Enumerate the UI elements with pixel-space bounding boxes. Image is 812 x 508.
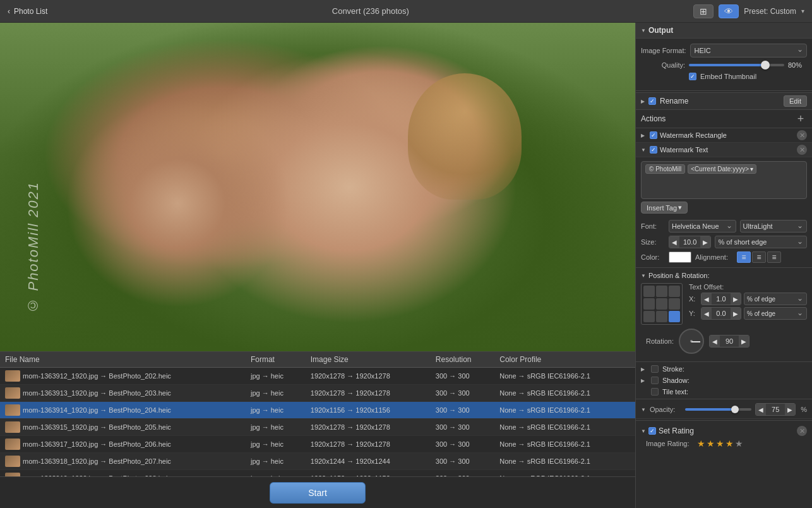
star-3[interactable]: ★: [716, 438, 724, 449]
rotation-decrease-button[interactable]: ◀: [710, 335, 720, 348]
align-center-button[interactable]: ≡: [752, 251, 766, 263]
font-family-wrapper[interactable]: Helvetica Neue Arial Georgia: [669, 220, 736, 233]
opacity-decrease-button[interactable]: ◀: [756, 403, 766, 416]
opacity-slider-thumb[interactable]: [731, 406, 739, 413]
add-action-button[interactable]: +: [794, 112, 807, 125]
grid-cell-tr[interactable]: [669, 286, 680, 297]
start-button[interactable]: Start: [270, 482, 366, 504]
align-right-button[interactable]: ≡: [767, 251, 781, 263]
quality-slider-thumb[interactable]: [761, 61, 770, 70]
shadow-row[interactable]: ▶ Shadow:: [636, 375, 812, 386]
wm-text-close-button[interactable]: ✕: [797, 145, 807, 155]
font-family-select[interactable]: Helvetica Neue Arial Georgia: [669, 220, 736, 233]
y-increase-button[interactable]: ▶: [731, 307, 741, 320]
star-4[interactable]: ★: [725, 438, 734, 449]
y-offset-stepper[interactable]: ◀ 0.0 ▶: [701, 307, 741, 320]
table-row[interactable]: mom-1363917_1920.jpg → BestPhoto_206.hei…: [0, 436, 635, 453]
x-increase-button[interactable]: ▶: [731, 293, 741, 305]
stroke-checkbox[interactable]: [651, 365, 659, 373]
grid-cell-tl[interactable]: [643, 286, 655, 297]
watermark-rectangle-item[interactable]: ▶ Watermark Rectangle ✕: [636, 128, 812, 143]
star-1[interactable]: ★: [697, 438, 705, 449]
photo-list-label[interactable]: Photo List: [14, 7, 47, 16]
x-unit-select[interactable]: % of edge px: [744, 293, 807, 305]
divider-2: [636, 267, 812, 268]
star-rating[interactable]: ★ ★ ★ ★ ★: [697, 438, 743, 449]
color-swatch[interactable]: [669, 251, 691, 263]
x-unit-wrapper[interactable]: % of edge px: [744, 293, 807, 305]
table-row[interactable]: mom-1363913_1920.jpg → BestPhoto_203.hei…: [0, 385, 635, 402]
position-grid[interactable]: [641, 283, 683, 325]
output-title: Output: [648, 26, 807, 35]
table-row[interactable]: mom-1363918_1920.jpg → BestPhoto_207.hei…: [0, 453, 635, 470]
text-editor-box[interactable]: © PhotoMill <Current Date:yyyy> ▾: [641, 161, 807, 199]
preview-background: © PhotoMill 2021: [0, 23, 635, 351]
wm-text-checkbox[interactable]: [650, 146, 657, 154]
tile-text-checkbox[interactable]: [651, 388, 659, 396]
x-offset-stepper[interactable]: ◀ 1.0 ▶: [701, 293, 741, 305]
grid-cell-bc[interactable]: [656, 311, 667, 322]
grid-view-button[interactable]: ⊞: [693, 4, 713, 18]
image-rating-row: Image Rating: ★ ★ ★ ★ ★: [641, 438, 807, 449]
grid-cell-mc[interactable]: [656, 298, 667, 310]
table-row[interactable]: mom-1363912_1920.jpg → BestPhoto_202.hei…: [0, 368, 635, 385]
embed-thumbnail-checkbox[interactable]: [689, 73, 696, 80]
actions-label: Actions: [641, 114, 794, 123]
stroke-row[interactable]: ▶ Stroke:: [636, 363, 812, 375]
format-select-wrapper[interactable]: HEIC JPEG PNG TIFF: [690, 44, 807, 57]
wm-rect-close-button[interactable]: ✕: [797, 130, 807, 140]
output-section: Image Format: HEIC JPEG PNG TIFF Quality…: [636, 39, 812, 89]
star-2[interactable]: ★: [707, 438, 715, 449]
size-increase-button[interactable]: ▶: [700, 236, 710, 248]
quality-slider[interactable]: [689, 64, 784, 66]
shadow-checkbox[interactable]: [651, 377, 659, 384]
table-row[interactable]: mom-1363914_1920.jpg → BestPhoto_204.hei…: [0, 402, 635, 419]
rating-checkbox[interactable]: [648, 427, 656, 435]
pos-rotation-header[interactable]: ▼ Position & Rotation:: [641, 272, 807, 279]
rename-edit-button[interactable]: Edit: [784, 95, 807, 107]
file-table-container[interactable]: File Name Format Image Size Resolution C…: [0, 351, 635, 476]
font-weight-wrapper[interactable]: UltraLight Light Regular Bold: [740, 220, 808, 233]
rotation-increase-button[interactable]: ▶: [739, 335, 749, 348]
x-decrease-button[interactable]: ◀: [702, 293, 712, 305]
row-thumbnail: [5, 387, 20, 399]
opacity-stepper[interactable]: ◀ 75 ▶: [755, 403, 796, 416]
align-left-button[interactable]: ≡: [737, 251, 751, 263]
table-row[interactable]: mom-1363919_1920.jpg → BestPhoto_208.hei…: [0, 470, 635, 477]
output-section-header[interactable]: ▼ Output: [636, 23, 812, 39]
grid-cell-mr[interactable]: [669, 298, 680, 310]
grid-cell-ml[interactable]: [643, 298, 655, 310]
date-tag-select[interactable]: <Current Date:yyyy> ▾: [688, 164, 756, 174]
eye-view-button[interactable]: 👁: [719, 4, 739, 18]
y-unit-select[interactable]: % of edge px: [744, 307, 807, 320]
rotation-stepper[interactable]: ◀ 90 ▶: [709, 335, 749, 348]
col-header-size: Image Size: [306, 352, 431, 368]
opacity-slider[interactable]: [685, 408, 751, 411]
y-unit-wrapper[interactable]: % of edge px: [744, 307, 807, 320]
insert-tag-button[interactable]: Insert Tag ▾: [641, 202, 688, 214]
star-5[interactable]: ★: [735, 438, 743, 449]
rename-triangle-icon[interactable]: ▶: [641, 99, 645, 104]
size-stepper[interactable]: ◀ 10.0 ▶: [669, 236, 711, 248]
format-select[interactable]: HEIC JPEG PNG TIFF: [690, 44, 807, 57]
preset-chevron-icon[interactable]: ▾: [801, 8, 804, 15]
rename-checkbox[interactable]: [648, 97, 656, 105]
size-decrease-button[interactable]: ◀: [669, 236, 679, 248]
font-weight-select[interactable]: UltraLight Light Regular Bold: [740, 220, 808, 233]
rating-header[interactable]: ▼ Set Rating ✕: [641, 426, 807, 436]
size-unit-wrapper[interactable]: % of short edge % of long edge pt px: [715, 236, 807, 248]
grid-cell-bl[interactable]: [643, 311, 655, 322]
size-label: Size:: [641, 238, 665, 246]
opacity-increase-button[interactable]: ▶: [785, 403, 795, 416]
rating-close-button[interactable]: ✕: [797, 426, 807, 436]
size-unit-select[interactable]: % of short edge % of long edge pt px: [715, 236, 807, 248]
back-button[interactable]: ‹ Photo List: [8, 7, 47, 16]
y-decrease-button[interactable]: ◀: [702, 307, 712, 320]
wm-rect-checkbox[interactable]: [650, 131, 657, 139]
rotation-dial[interactable]: [679, 329, 704, 354]
tile-text-row[interactable]: Tile text:: [636, 386, 812, 397]
watermark-text-item[interactable]: ▼ Watermark Text ✕: [636, 143, 812, 157]
table-row[interactable]: mom-1363915_1920.jpg → BestPhoto_205.hei…: [0, 419, 635, 436]
grid-cell-tc[interactable]: [656, 286, 667, 297]
grid-cell-br[interactable]: [669, 311, 680, 322]
